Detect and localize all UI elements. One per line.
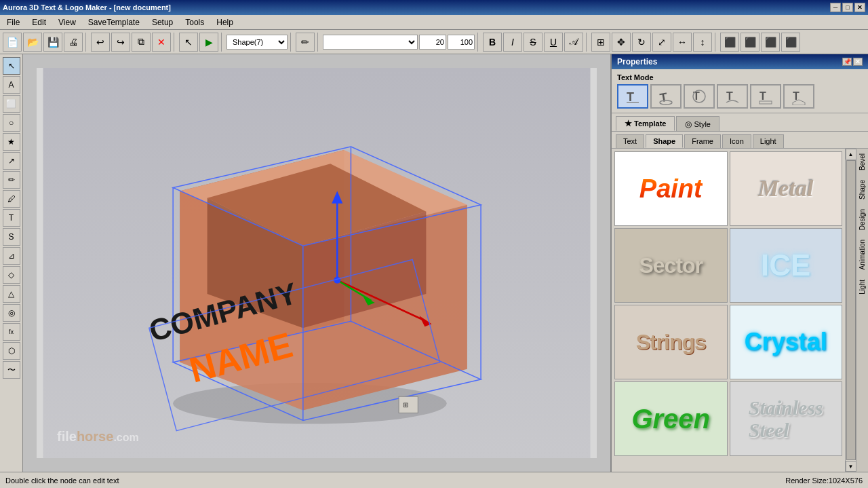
menu-setup[interactable]: Setup bbox=[146, 16, 178, 29]
underline-button[interactable]: U bbox=[544, 33, 563, 52]
italic-button[interactable]: I bbox=[503, 33, 522, 52]
save-button[interactable]: 💾 bbox=[43, 33, 62, 52]
properties-close-button[interactable]: ✕ bbox=[853, 58, 863, 66]
right-tab-design[interactable]: Design bbox=[856, 204, 868, 235]
arrow-tool[interactable]: ↗ bbox=[3, 152, 20, 170]
star-tool[interactable]: ★ bbox=[3, 133, 20, 151]
right-tab-shape[interactable]: Shape bbox=[856, 175, 868, 204]
subtab-icon[interactable]: Icon bbox=[722, 134, 751, 148]
menu-file[interactable]: File bbox=[1, 16, 25, 29]
play-button[interactable]: ▶ bbox=[199, 33, 218, 52]
subtab-light-label: Light bbox=[760, 137, 776, 145]
rotate-button[interactable]: ↻ bbox=[632, 33, 651, 52]
text-mode-btn-6[interactable]: T bbox=[783, 84, 814, 109]
toolbar-sep7 bbox=[586, 33, 589, 52]
pencil-tool[interactable]: ✏ bbox=[3, 171, 20, 189]
menu-view[interactable]: View bbox=[53, 16, 81, 29]
template-green[interactable]: Green bbox=[614, 381, 728, 456]
subtab-icon-label: Icon bbox=[730, 137, 744, 145]
redo-button[interactable]: ↪ bbox=[111, 33, 130, 52]
main-tab-row: ★ Template ◎ Style bbox=[612, 113, 868, 131]
select-tool[interactable]: ↖ bbox=[3, 57, 20, 75]
bold-button[interactable]: B bbox=[483, 33, 502, 52]
cursor-button[interactable]: ↖ bbox=[179, 33, 198, 52]
wave-tool[interactable]: 〜 bbox=[3, 361, 20, 379]
text-tool[interactable]: A bbox=[3, 76, 20, 94]
text3-tool[interactable]: S bbox=[3, 228, 20, 246]
menu-help[interactable]: Help bbox=[211, 16, 239, 29]
text2-tool[interactable]: T bbox=[3, 209, 20, 227]
maximize-button[interactable]: □ bbox=[842, 3, 853, 12]
effects-button2[interactable]: ⬛ bbox=[741, 33, 760, 52]
tab-style[interactable]: ◎ Style bbox=[676, 116, 719, 131]
minimize-button[interactable]: ─ bbox=[830, 3, 841, 12]
subtab-frame[interactable]: Frame bbox=[684, 134, 721, 148]
toolbar-sep1 bbox=[85, 33, 88, 52]
print-button[interactable]: 🖨 bbox=[64, 33, 83, 52]
font-scale-input[interactable] bbox=[448, 35, 475, 50]
strikethrough-button[interactable]: S bbox=[524, 33, 542, 52]
right-tab-light[interactable]: Light bbox=[856, 275, 868, 299]
right-tab-bevel[interactable]: Bevel bbox=[856, 149, 868, 175]
move-button[interactable]: ✥ bbox=[612, 33, 631, 52]
text-mode-btn-1[interactable]: T bbox=[617, 84, 648, 109]
font-select[interactable]: Arial Times New Roman bbox=[323, 35, 418, 50]
toolbar-sep3 bbox=[221, 33, 224, 52]
pen-tool[interactable]: 🖊 bbox=[3, 190, 20, 208]
font-size-input[interactable] bbox=[419, 35, 446, 50]
right-vertical-tabs: Bevel Shape Design Animation Light bbox=[856, 149, 868, 472]
rectangle-tool[interactable]: ⬜ bbox=[3, 95, 20, 113]
template-paint[interactable]: Paint bbox=[614, 151, 728, 226]
template-strings[interactable]: Strings bbox=[614, 305, 728, 379]
open-button[interactable]: 📂 bbox=[23, 33, 42, 52]
tab-template[interactable]: ★ Template bbox=[616, 116, 675, 131]
flip-h-button[interactable]: ↔ bbox=[673, 33, 692, 52]
scroll-down-arrow[interactable]: ▼ bbox=[846, 461, 856, 472]
properties-header: Properties 📌 ✕ bbox=[612, 54, 868, 69]
template-steel[interactable]: StainlessSteel bbox=[730, 381, 843, 456]
scale-button[interactable]: ⤢ bbox=[652, 33, 671, 52]
scroll-thumb[interactable] bbox=[846, 160, 856, 460]
shape-select[interactable]: Shape(7) Shape(1) Shape(2) bbox=[226, 35, 288, 50]
text-mode-btn-4[interactable]: T bbox=[717, 84, 748, 109]
right-tab-animation[interactable]: Animation bbox=[856, 235, 868, 274]
scroll-up-arrow[interactable]: ▲ bbox=[846, 149, 856, 159]
shape-tool[interactable]: ⬡ bbox=[3, 342, 20, 360]
menu-tools[interactable]: Tools bbox=[180, 16, 210, 29]
subtab-shape[interactable]: Shape bbox=[646, 134, 683, 148]
properties-pin-button[interactable]: 📌 bbox=[842, 58, 852, 66]
effects-button1[interactable]: ⬛ bbox=[720, 33, 739, 52]
effects-button4[interactable]: ⬛ bbox=[781, 33, 800, 52]
diamond-tool[interactable]: ◇ bbox=[3, 266, 20, 284]
status-message: Double click the node can edit text bbox=[5, 476, 119, 485]
close-button[interactable]: ✕ bbox=[854, 3, 865, 12]
template-sector[interactable]: Sector bbox=[614, 228, 728, 303]
circle-tool[interactable]: ○ bbox=[3, 114, 20, 132]
window-controls: ─ □ ✕ bbox=[830, 3, 865, 12]
spiral-tool[interactable]: ◎ bbox=[3, 304, 20, 322]
subtab-light[interactable]: Light bbox=[753, 134, 784, 148]
triangle-tool[interactable]: △ bbox=[3, 285, 20, 303]
text-mode-btn-3[interactable]: T bbox=[684, 84, 715, 109]
main-tabs: ★ Template ◎ Style Text Shape Frame bbox=[612, 113, 868, 149]
undo-button[interactable]: ↩ bbox=[91, 33, 110, 52]
canvas-area[interactable]: COMPANY NAME ⊞ filehorse.com bbox=[23, 54, 610, 472]
template-metal[interactable]: Metal bbox=[730, 151, 843, 226]
delete-button[interactable]: ✕ bbox=[152, 33, 171, 52]
text-style-button[interactable]: 𝒜 bbox=[564, 33, 583, 52]
edit-text-button[interactable]: ✏ bbox=[296, 33, 315, 52]
menu-savetemplate[interactable]: SaveTemplate bbox=[83, 16, 145, 29]
menu-edit[interactable]: Edit bbox=[26, 16, 52, 29]
fx-tool[interactable]: fx bbox=[3, 323, 20, 341]
text-mode-btn-5[interactable]: T bbox=[750, 84, 781, 109]
copy-button[interactable]: ⧉ bbox=[132, 33, 151, 52]
text-mode-btn-2[interactable]: T bbox=[650, 84, 682, 109]
subtab-text[interactable]: Text bbox=[616, 134, 644, 148]
new-button[interactable]: 📄 bbox=[3, 33, 22, 52]
template-ice[interactable]: ICE bbox=[730, 228, 843, 303]
flip-v-button[interactable]: ↕ bbox=[693, 33, 712, 52]
adjust-tool[interactable]: ⊿ bbox=[3, 247, 20, 265]
template-crystal[interactable]: Crystal bbox=[730, 305, 843, 379]
effects-button3[interactable]: ⬛ bbox=[761, 33, 780, 52]
align-button[interactable]: ⊞ bbox=[591, 33, 610, 52]
